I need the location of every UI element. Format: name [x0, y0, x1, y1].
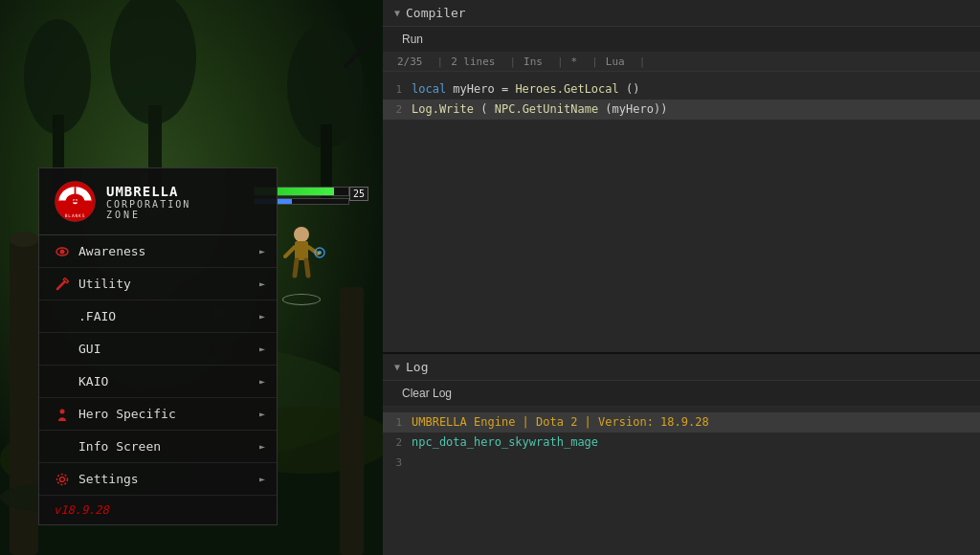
code-line-2: 2 Log.Write ( NPC.GetUnitName (myHero))	[383, 100, 980, 120]
svg-line-35	[57, 282, 64, 289]
sidebar-item-faio-label: .FAIO	[78, 309, 116, 323]
sidebar-item-info-screen[interactable]: Info Screen ►	[39, 431, 277, 463]
info-screen-arrow-icon: ►	[259, 441, 265, 452]
svg-line-24	[306, 260, 308, 276]
version-text: v18.9.28	[39, 496, 277, 524]
awareness-arrow-icon: ►	[259, 246, 265, 256]
sidebar-item-gui-label: GUI	[78, 342, 100, 356]
compiler-header: ▼ Compiler	[383, 0, 980, 27]
sidebar-title-corp: CORPORATION	[106, 199, 190, 210]
svg-point-34	[60, 249, 65, 254]
log-line-number-1: 1	[383, 414, 412, 432]
sidebar-item-faio[interactable]: .FAIO ►	[39, 300, 277, 333]
svg-point-41	[60, 477, 65, 481]
hero-specific-icon	[54, 408, 71, 421]
sidebar-item-awareness-label: Awareness	[78, 244, 145, 258]
svg-rect-20	[295, 241, 308, 260]
settings-arrow-icon: ►	[259, 474, 265, 484]
svg-point-40	[60, 409, 65, 413]
svg-point-15	[10, 232, 38, 247]
edit-mode: Ins	[523, 56, 543, 68]
sidebar-item-gui[interactable]: GUI ►	[39, 333, 277, 366]
sidebar-title-main: UMBRELLA	[106, 184, 190, 199]
eye-icon	[54, 245, 71, 258]
faio-arrow-icon: ►	[259, 311, 265, 322]
hero-selection-circle	[282, 294, 321, 305]
sidebar-header: BLANKS UMBRELLA CORPORATION ZONE	[39, 168, 277, 235]
code-line-1: 1 local myHero = Heroes.GetLocal ()	[383, 79, 980, 100]
svg-line-21	[285, 247, 295, 256]
sidebar-item-utility[interactable]: Utility ►	[39, 268, 277, 300]
svg-line-23	[295, 260, 297, 276]
compiler-section: ▼ Compiler Run 2/35 | 2 lines | Ins | * …	[383, 0, 980, 354]
sidebar-title-group: UMBRELLA CORPORATION ZONE	[106, 184, 190, 220]
sidebar-item-kaio[interactable]: KAIO ►	[39, 366, 277, 398]
sidebar-item-hero-specific-label: Hero Specific	[78, 407, 176, 421]
log-line-number-3: 3	[383, 455, 412, 472]
compiler-triangle-icon: ▼	[394, 8, 400, 18]
svg-rect-17	[340, 287, 364, 555]
log-content-3	[412, 454, 418, 471]
line-number-2: 2	[383, 101, 412, 119]
code-content-2: Log.Write ( NPC.GetUnitName (myHero))	[412, 100, 667, 118]
compiler-title: Compiler	[406, 6, 466, 20]
sidebar-title-zone: ZONE	[106, 210, 190, 220]
kaio-arrow-icon: ►	[259, 376, 265, 387]
sidebar-item-hero-specific[interactable]: Hero Specific ►	[39, 398, 277, 431]
svg-text:BLANKS: BLANKS	[65, 213, 86, 218]
language-indicator: Lua	[606, 56, 625, 68]
sidebar-item-settings[interactable]: Settings ►	[39, 463, 277, 496]
log-content-2: npc_dota_hero_skywrath_mage	[412, 433, 598, 451]
hero-specific-arrow-icon: ►	[259, 409, 265, 419]
right-panel: ▼ Compiler Run 2/35 | 2 lines | Ins | * …	[383, 0, 980, 555]
log-toolbar: Clear Log	[383, 381, 980, 407]
gui-arrow-icon: ►	[259, 344, 265, 354]
sidebar-item-settings-label: Settings	[78, 472, 139, 486]
sidebar-item-info-screen-label: Info Screen	[78, 439, 161, 454]
log-line-2: 2 npc_dota_hero_skywrath_mage	[383, 433, 980, 453]
modified-indicator: *	[571, 56, 578, 68]
log-header: ▼ Log	[383, 354, 980, 381]
code-content-1: local myHero = Heroes.GetLocal ()	[412, 80, 639, 98]
svg-rect-30	[75, 187, 77, 201]
wrench-icon	[54, 278, 71, 291]
svg-line-39	[67, 281, 69, 283]
hero-character	[278, 220, 325, 291]
cursor-position: 2/35	[397, 56, 423, 68]
line-count: 2 lines	[451, 56, 495, 68]
log-title: Log	[406, 360, 428, 374]
settings-icon	[54, 473, 71, 486]
svg-point-42	[57, 474, 68, 484]
log-content-1: UMBRELLA Engine | Dota 2 | Version: 18.9…	[412, 413, 709, 431]
code-editor[interactable]: 1 local myHero = Heroes.GetLocal () 2 Lo…	[383, 72, 980, 352]
utility-arrow-icon: ►	[259, 278, 265, 289]
svg-point-26	[318, 251, 322, 255]
line-number-1: 1	[383, 81, 412, 99]
log-line-number-2: 2	[383, 434, 412, 452]
log-line-3: 3	[383, 453, 980, 473]
svg-point-19	[294, 227, 309, 242]
log-section: ▼ Log Clear Log 1 UMBRELLA Engine | Dota…	[383, 354, 980, 555]
code-status-bar: 2/35 | 2 lines | Ins | * | Lua |	[383, 53, 980, 72]
sidebar-item-utility-label: Utility	[78, 277, 131, 291]
sidebar-item-kaio-label: KAIO	[78, 374, 108, 388]
level-badge: 25	[349, 187, 368, 201]
log-line-1: 1 UMBRELLA Engine | Dota 2 | Version: 18…	[383, 412, 980, 433]
compiler-toolbar: Run	[383, 27, 980, 53]
sidebar-menu: BLANKS UMBRELLA CORPORATION ZONE Awarene…	[38, 167, 278, 525]
run-button[interactable]: Run	[394, 31, 431, 48]
umbrella-logo: BLANKS	[54, 180, 97, 223]
sidebar-item-awareness[interactable]: Awareness ►	[39, 235, 277, 268]
log-content: 1 UMBRELLA Engine | Dota 2 | Version: 18…	[383, 407, 980, 555]
log-triangle-icon: ▼	[394, 362, 400, 372]
clear-log-button[interactable]: Clear Log	[394, 385, 459, 402]
